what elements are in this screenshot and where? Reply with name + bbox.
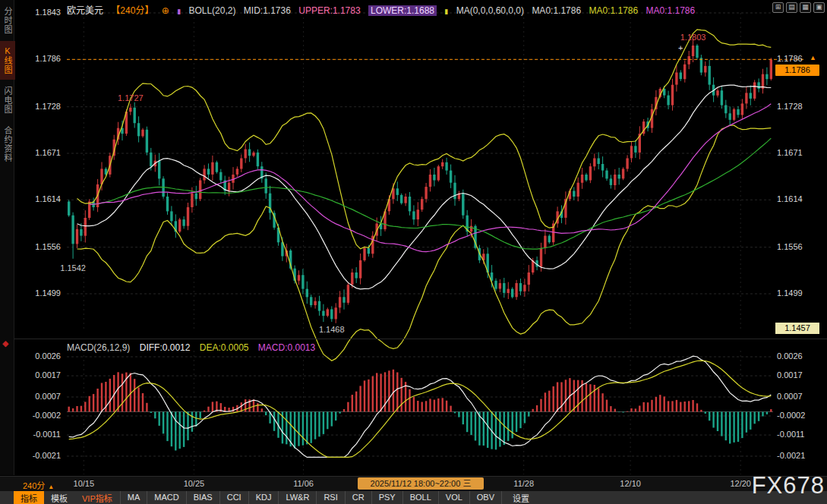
boll-upper-value: UPPER:1.1783 <box>298 5 360 16</box>
period-selector[interactable]: 240分▲ <box>23 479 54 491</box>
period-label[interactable]: 【240分】 <box>111 5 153 16</box>
label-peak1: 1.1727 <box>118 93 144 102</box>
x-tick-label: 10/25 <box>184 479 205 488</box>
chart-canvas[interactable] <box>0 0 827 504</box>
chart-header: 欧元美元 【240分】 ⊕ ▮ BOLL(20,2) MID:1.1736 UP… <box>67 3 700 16</box>
last-price-box: 1.1786 <box>775 65 819 76</box>
left-sidebar: 分时图 K线图 闪电图 合约资料 ◆ <box>0 0 14 475</box>
add-panel-icon[interactable]: ⊞ <box>772 2 784 13</box>
ma-label: MA(0,0,0,60,0,0) <box>456 5 524 16</box>
price-tick-label: 1.1786 <box>777 54 803 63</box>
indicator-button[interactable]: CCI <box>219 491 248 504</box>
price-tick-label: 1.1499 <box>21 288 61 298</box>
ma-value-1: MA0:1.1786 <box>532 5 581 16</box>
macd-label: MACD(26,12,9) <box>67 342 130 353</box>
label-low2: 1.1468 <box>319 325 345 334</box>
x-tick-label: 12/10 <box>620 479 641 488</box>
x-tick-label: 12/20 <box>730 479 751 488</box>
pane-divider <box>14 339 827 339</box>
macd-tick-label: 0.0007 <box>777 392 803 401</box>
sidebar-item-kline-chart[interactable]: K线图 <box>0 41 15 80</box>
ma-value-3: MA0:1.1786 <box>646 5 696 16</box>
indicator-button[interactable]: CR <box>345 491 371 504</box>
indicator-button[interactable]: KDJ <box>248 491 279 504</box>
boll-lower-value: LOWER:1.1688 <box>368 5 437 16</box>
circle-plus-icon[interactable]: ⊕ <box>162 5 169 16</box>
crosshair-plus: + <box>678 43 683 52</box>
crosshair-price-box: 1.1457 <box>775 323 819 334</box>
sidebar-item-time-chart[interactable]: 分时图 <box>0 2 15 39</box>
fullscreen-icon[interactable]: ▣ <box>813 2 825 13</box>
macd-tick-label: 0.0017 <box>21 370 61 380</box>
chart-toolbar-icons: ⊞▤▦▣ <box>772 2 825 13</box>
macd-tick-label: 0.0007 <box>21 392 61 401</box>
indicator-button[interactable]: RSI <box>316 491 344 504</box>
price-tick-label: 1.1786 <box>21 54 61 63</box>
indicator-button[interactable]: OBV <box>469 491 502 504</box>
x-tick-label: 11/28 <box>513 479 534 488</box>
macd-tick-label: 0.0026 <box>21 351 61 361</box>
boll-indicator-icon: ▮ <box>177 8 181 15</box>
macd-tick-label: -0.0011 <box>777 430 805 439</box>
grid-view-icon[interactable]: ▦ <box>800 2 811 13</box>
price-tick-label: 1.1671 <box>21 148 61 157</box>
price-tick-label: 1.1614 <box>21 194 61 203</box>
label-low1: 1.1542 <box>60 263 86 272</box>
up-arrow-icon: ▲ <box>810 54 816 61</box>
settings-button[interactable]: 设置 <box>513 492 529 504</box>
ma-indicator-icon: ▮ <box>444 8 448 15</box>
bottom-toolbar: 指标 模板 VIP指标 MAMACDBIASCCIKDJLW&RRSICRPSY… <box>0 491 827 504</box>
boll-mid-value: MID:1.1736 <box>244 5 291 16</box>
indicator-button[interactable]: BIAS <box>186 491 219 504</box>
tab-templates[interactable]: 模板 <box>44 491 74 504</box>
price-tick-label: 1.1556 <box>21 242 61 251</box>
caret-up-icon: ▲ <box>48 484 54 490</box>
macd-header: MACD(26,12,9) DIFF:0.0012 DEA:0.0005 MAC… <box>67 342 322 353</box>
price-tick-label: 1.1614 <box>777 194 803 203</box>
price-tick-label: 1.1728 <box>777 102 803 111</box>
ma-value-2: MA0:1.1786 <box>589 5 638 16</box>
symbol-name: 欧元美元 <box>67 5 103 16</box>
macd-tick-label: -0.0002 <box>777 411 805 420</box>
period-selector-label: 240分 <box>23 481 45 490</box>
x-tick-label: 11/06 <box>293 479 314 488</box>
sidebar-item-contract-info[interactable]: 合约资料 <box>0 121 15 168</box>
indicator-button[interactable]: PSY <box>371 491 402 504</box>
diamond-marker-icon: ◆ <box>2 339 8 348</box>
indicator-button[interactable]: VOL <box>438 491 469 504</box>
macd-tick-label: -0.0021 <box>777 451 805 460</box>
macd-tick-label: 0.0017 <box>777 370 803 380</box>
price-tick-label: 1.1728 <box>21 102 61 111</box>
boll-label: BOLL(20,2) <box>188 5 235 16</box>
macd-macd-value: MACD:0.0013 <box>258 342 315 353</box>
macd-dea-value: DEA:0.0005 <box>200 342 249 353</box>
chart-app: 分时图 K线图 闪电图 合约资料 ◆ 欧元美元 【240分】 ⊕ ▮ BOLL(… <box>0 0 827 504</box>
watermark: FX678 <box>752 472 825 499</box>
list-view-icon[interactable]: ▤ <box>786 2 797 13</box>
price-tick-label: 1.1499 <box>777 288 803 298</box>
sidebar-item-lightning-chart[interactable]: 闪电图 <box>0 81 15 119</box>
indicator-button[interactable]: BOLL <box>402 491 438 504</box>
indicator-button[interactable]: MA <box>120 491 147 504</box>
label-high: 1.1803 <box>680 33 706 42</box>
indicator-button[interactable]: MACD <box>147 491 185 504</box>
macd-tick-label: -0.0021 <box>21 451 61 460</box>
price-tick-label: 1.1843 <box>21 8 61 17</box>
macd-diff-value: DIFF:0.0012 <box>140 342 191 353</box>
tab-indicators[interactable]: 指标 <box>14 491 44 504</box>
price-tick-label: 1.1556 <box>777 242 803 251</box>
x-axis-bar: 240分▲ 10/1510/2511/0611/2812/1012/20 202… <box>0 476 827 492</box>
indicator-button[interactable]: LW&R <box>278 491 316 504</box>
macd-tick-label: -0.0011 <box>21 430 61 439</box>
macd-tick-label: 0.0026 <box>777 351 803 361</box>
crosshair-date-box: 2025/11/12 18:00~22:00 三 <box>358 477 484 490</box>
indicator-buttons-group: MAMACDBIASCCIKDJLW&RRSICRPSYBOLLVOLOBV <box>120 491 502 504</box>
price-tick-label: 1.1671 <box>777 148 803 157</box>
macd-tick-label: -0.0002 <box>21 411 61 420</box>
x-tick-label: 10/15 <box>74 479 95 488</box>
vip-indicators-button[interactable]: VIP指标 <box>82 492 112 504</box>
